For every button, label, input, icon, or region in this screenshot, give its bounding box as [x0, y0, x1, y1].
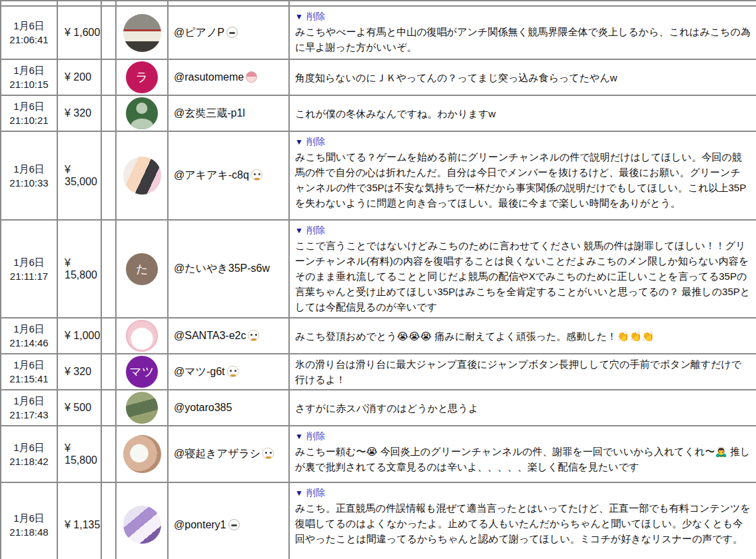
datetime-cell: 1月6日 21:14:46: [1, 318, 57, 354]
collapse-arrow-icon[interactable]: ▼: [295, 137, 303, 147]
table-row: 1月6日 21:14:46 ¥ 1,000 @SANTA3-e2c みこち登頂お…: [1, 318, 756, 354]
collapse-arrow-icon[interactable]: ▼: [295, 432, 303, 441]
delete-link[interactable]: 削除: [306, 136, 325, 147]
message-text: さすがに赤スパ消すのはどうかと思うよ: [295, 400, 751, 416]
message-text: みこち登頂おめでとう😭😭😭 痛みに耐えてよく頑張った。感動した！👏👏👏: [295, 328, 751, 344]
datetime-cell: 1月6日 21:10:21: [1, 95, 57, 131]
message-text: みこち。正直競馬の件誤情報も混ぜて適当言ったとはいってたけど、正直一部でも有料コ…: [295, 500, 751, 546]
tier-color-bar: [101, 354, 116, 390]
time-label: 21:10:33: [1, 176, 57, 190]
date-label: 1月6日: [1, 255, 57, 269]
username: @ピアノP: [174, 27, 224, 38]
avatar-cell: [116, 1, 168, 6]
pink-girl-emoji: [246, 71, 257, 83]
tier-color-bar: [101, 482, 116, 559]
username-cell: @マツ-g6t: [168, 354, 289, 390]
collapse-arrow-icon[interactable]: ▼: [295, 488, 303, 498]
username-cell: @たいやき35P-s6w: [168, 220, 289, 318]
sleepy-face-emoji: [228, 519, 240, 530]
delete-link[interactable]: 削除: [306, 487, 325, 498]
message-text: みこちやべーよ有馬と中山の復唱がアンチ関係無く競馬界隈全体で炎上しるから、これは…: [295, 24, 751, 55]
tier-color-bar: [101, 220, 116, 318]
message-cell: [289, 1, 756, 6]
time-label: 21:06:41: [1, 33, 57, 47]
username-cell: @pontery1: [168, 482, 289, 559]
username-cell: @SANTA3-e2c: [168, 318, 289, 354]
time-label: 21:14:46: [1, 336, 57, 350]
tier-color-bar: [101, 131, 116, 220]
sleepy-face-emoji: [226, 27, 238, 38]
message-cell: ▼削除 みこち聞いてる？ゲームを始める前にグリーンチャンネルの件で説明だけはして…: [289, 131, 756, 220]
avatar: [123, 157, 161, 195]
message-text: 角度知らないのにＪＫやってんの？ってまじ突っ込み食らってたやんw: [295, 70, 751, 85]
table-row: 1月6日 21:10:33 ¥ 35,000 @アキアキ-c8q ▼削除 みこち…: [1, 131, 756, 220]
table-row: 1月6日 21:18:42 ¥ 15,800 @寝起きアザラシ ▼削除 みこちー…: [1, 426, 756, 482]
avatar: [126, 392, 158, 424]
collapse-arrow-icon[interactable]: ▼: [295, 226, 303, 235]
datetime-cell: 1月6日 21:10:33: [1, 131, 57, 220]
tier-color-bar: [101, 318, 116, 354]
table-row: 1月6日 21:10:15 ¥ 200 ラ @rasutomeme 角度知らない…: [1, 59, 756, 95]
white-owl-emoji: [251, 169, 262, 181]
tier-color-bar: [101, 390, 116, 426]
message-text: これが僕の冬休みなんですね。わかりますw: [295, 106, 751, 121]
avatar-cell: [116, 95, 168, 131]
tier-color-bar: [101, 426, 116, 482]
message-text: みこち聞いてる？ゲームを始める前にグリーンチャンネルの件で説明だけはしてほしい。…: [295, 149, 751, 211]
avatar-cell: [116, 426, 168, 482]
message-cell: 氷の滑り台は滑り台に最大ジャンプ直後にジャンプボタン長押しして穴の手前でボタン離…: [289, 354, 756, 390]
amount-cell: ¥ 1,600: [57, 6, 101, 59]
date-label: 1月6日: [1, 322, 57, 336]
datetime-cell: 1月6日 21:18:48: [1, 482, 57, 559]
letter-avatar: た: [126, 253, 158, 285]
delete-link[interactable]: 削除: [306, 225, 325, 235]
time-label: 21:10:21: [1, 113, 57, 127]
delete-link[interactable]: 削除: [306, 11, 325, 21]
avatar: [123, 435, 161, 473]
white-owl-emoji: [262, 448, 274, 459]
avatar: [123, 506, 161, 544]
datetime-cell: 1月6日 21:17:43: [1, 390, 57, 426]
avatar: [123, 14, 161, 52]
message-cell: さすがに赤スパ消すのはどうかと思うよ: [289, 390, 756, 426]
username: @マツ-g6t: [174, 366, 225, 377]
time-label: 21:10:15: [1, 77, 57, 91]
message-text: みこちー頼む〜😭 今回炎上のグリーンチャンネルの件、謝罪を一回でいいから入れてく…: [295, 444, 751, 474]
message-cell: ▼削除 ここで言うことではないけどみこちのために言わせてください 競馬の件は謝罪…: [289, 220, 756, 318]
message-cell: ▼削除 みこちー頼む〜😭 今回炎上のグリーンチャンネルの件、謝罪を一回でいいから…: [289, 426, 756, 482]
datetime-cell: 1月6日 21:11:17: [1, 220, 57, 318]
time-label: 21:18:48: [1, 525, 57, 539]
avatar-cell: ラ: [116, 59, 168, 95]
amount-cell: ¥ 320: [57, 95, 101, 131]
amount-cell: ¥ 200: [57, 59, 101, 95]
date-label: 1月6日: [1, 63, 57, 77]
amount-cell: ¥ 35,000: [57, 131, 101, 220]
datetime-cell: [1, 1, 57, 6]
time-label: 21:17:43: [1, 408, 57, 422]
message-text: ここで言うことではないけどみこちのために言わせてください 競馬の件は謝罪してほし…: [295, 238, 751, 314]
message-text: 氷の滑り台は滑り台に最大ジャンプ直後にジャンプボタン長押しして穴の手前でボタン離…: [295, 356, 751, 387]
collapse-arrow-icon[interactable]: ▼: [295, 12, 303, 21]
delete-link[interactable]: 削除: [306, 430, 325, 441]
date-label: 1月6日: [1, 511, 57, 525]
username: @玄奘三蔵-p1l: [174, 107, 245, 119]
username-cell: [168, 1, 289, 6]
amount-cell: ¥ 500: [57, 390, 101, 426]
datetime-cell: 1月6日 21:18:42: [1, 426, 57, 482]
letter-avatar: マツ: [126, 356, 158, 388]
avatar-cell: [116, 6, 168, 59]
table-row: 1月6日 21:18:48 ¥ 1,135 @pontery1 ▼削除 みこち。…: [1, 482, 756, 559]
username-cell: @rasutomeme: [168, 59, 289, 95]
username-cell: @ピアノP: [168, 6, 289, 59]
table-row: 1月6日 21:15:41 ¥ 320 マツ @マツ-g6t 氷の滑り台は滑り台…: [1, 354, 756, 390]
username: @アキアキ-c8q: [174, 169, 249, 181]
table-row: 1月6日 21:17:43 ¥ 500 @yotaro385 さすがに赤スパ消す…: [1, 390, 756, 426]
white-owl-emoji: [227, 366, 238, 377]
message-cell: みこち登頂おめでとう😭😭😭 痛みに耐えてよく頑張った。感動した！👏👏👏: [289, 318, 756, 354]
table-row-partial: [1, 1, 756, 6]
table-row: 1月6日 21:06:41 ¥ 1,600 @ピアノP ▼削除 みこちやべーよ有…: [1, 6, 756, 59]
message-cell: 角度知らないのにＪＫやってんの？ってまじ突っ込み食らってたやんw: [289, 59, 756, 95]
date-label: 1月6日: [1, 162, 57, 176]
avatar-cell: た: [116, 220, 168, 318]
username: @rasutomeme: [174, 71, 244, 83]
